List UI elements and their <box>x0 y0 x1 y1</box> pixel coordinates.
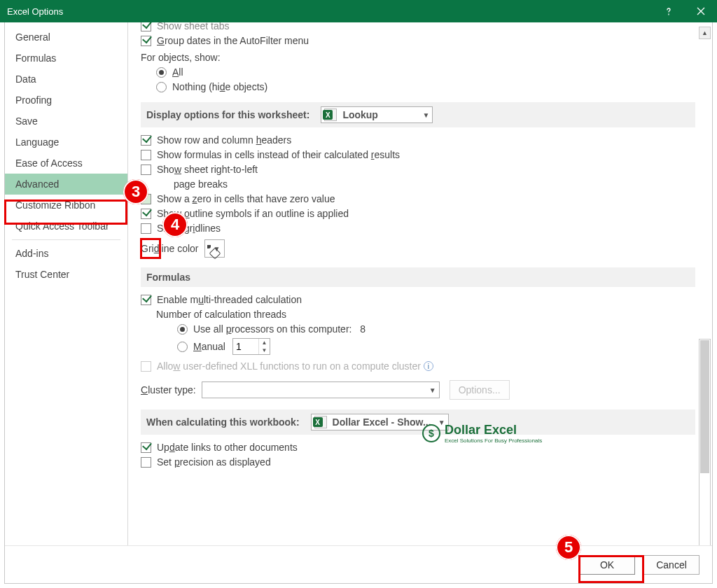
radio-nothing[interactable] <box>156 82 167 92</box>
scroll-up-button[interactable]: ▲ <box>699 27 711 39</box>
label-use-all: Use all processors on this computer: 8 <box>193 323 366 335</box>
checkbox-xll <box>141 361 151 372</box>
content-pane: Show sheet tabs Group dates in the AutoF… <box>128 22 712 545</box>
section-calc-workbook: When calculating this workbook: Dollar E… <box>141 410 695 435</box>
sidebar-item-save[interactable]: Save <box>5 111 127 132</box>
label-show-headers: Show row and column headers <box>157 134 291 146</box>
label-xll: Allow user-defined XLL functions to run … <box>157 360 421 372</box>
section-calc-workbook-title: When calculating this workbook: <box>146 416 300 428</box>
help-button[interactable] <box>653 0 685 22</box>
cancel-button[interactable]: Cancel <box>643 555 699 575</box>
sidebar-item-language[interactable]: Language <box>5 132 127 153</box>
checkbox-update-links[interactable] <box>141 442 151 453</box>
chevron-down-icon: ▼ <box>422 111 429 119</box>
sidebar-item-ease-of-access[interactable]: Ease of Access <box>5 153 127 174</box>
label-thread-count: Number of calculation threads <box>156 309 286 320</box>
chevron-down-icon: ▼ <box>429 386 436 394</box>
radio-all[interactable] <box>156 67 167 78</box>
checkbox-precision[interactable] <box>141 457 151 468</box>
checkbox-gridlines[interactable] <box>141 223 151 234</box>
label-multi-thread: Enable multi-threaded calculation <box>157 294 302 305</box>
section-formulas: Formulas <box>141 267 695 287</box>
label-group-dates: Group dates in the AutoFilter menu <box>157 35 309 46</box>
scrollbar-secondary[interactable] <box>699 339 711 545</box>
dropdown-workbook-value: Dollar Excel - Show... <box>333 416 431 428</box>
value-processor-count: 8 <box>360 323 366 335</box>
checkbox-multi-thread[interactable] <box>141 295 151 305</box>
callout-4: 4 <box>162 212 188 237</box>
excel-sheet-icon <box>324 108 337 121</box>
dialog-body: General Formulas Data Proofing Save Lang… <box>4 22 713 584</box>
titlebar: Excel Options <box>0 0 717 22</box>
dropdown-worksheet-value: Lookup <box>342 109 378 120</box>
checkbox-show-formulas[interactable] <box>141 150 151 160</box>
sidebar-item-advanced[interactable]: Advanced <box>5 174 127 195</box>
checkbox-show-headers[interactable] <box>141 135 151 146</box>
checkbox-outline[interactable] <box>141 209 151 219</box>
label-show-formulas: Show formulas in cells instead of their … <box>157 149 400 160</box>
info-icon[interactable]: i <box>424 361 433 371</box>
label-rtl: Show sheet right-to-left <box>157 164 258 175</box>
label-zero: Show a zero in cells that have zero valu… <box>157 193 335 204</box>
excel-workbook-icon <box>314 416 327 428</box>
annotation-box-zero-checkbox <box>140 238 161 259</box>
checkbox-rtl[interactable] <box>141 164 151 175</box>
label-manual: Manual <box>193 341 225 352</box>
scrollbar-thumb[interactable] <box>700 340 709 473</box>
logo-dollar-excel: $ Dollar Excel Excel Solutions For Busy … <box>422 423 542 444</box>
label-precision: Set precision as displayed <box>157 456 271 468</box>
section-display-worksheet-title: Display options for this worksheet: <box>146 109 309 120</box>
sidebar-item-proofing[interactable]: Proofing <box>5 90 127 111</box>
dollar-icon: $ <box>422 424 440 442</box>
radio-use-all[interactable] <box>177 324 188 335</box>
chevron-down-icon[interactable]: ▼ <box>259 346 270 354</box>
label-all: All <box>172 66 183 78</box>
annotation-box-advanced <box>4 200 127 225</box>
label-cluster-type: Cluster type: <box>141 384 196 396</box>
dropdown-cluster-type[interactable]: ▼ <box>202 382 440 398</box>
sidebar-item-general[interactable]: General <box>5 27 127 48</box>
label-update-links: Update links to other documents <box>157 442 298 453</box>
callout-3: 3 <box>123 179 148 204</box>
chevron-up-icon[interactable]: ▲ <box>259 339 270 346</box>
sidebar-item-formulas[interactable]: Formulas <box>5 48 127 69</box>
sidebar-item-data[interactable]: Data <box>5 69 127 90</box>
label-for-objects: For objects, show: <box>141 52 221 63</box>
sidebar-item-trust-center[interactable]: Trust Center <box>5 264 127 285</box>
window-title: Excel Options <box>7 6 653 17</box>
label-show-sheet-tabs: Show sheet tabs <box>157 22 230 31</box>
dropdown-worksheet[interactable]: Lookup ▼ <box>321 106 433 123</box>
label-nothing: Nothing (hide objects) <box>172 81 267 92</box>
checkbox-group-dates[interactable] <box>141 36 151 46</box>
logo-main: Dollar Excel <box>445 423 517 437</box>
spinner-manual-threads[interactable]: ▲▼ <box>232 338 270 355</box>
section-display-worksheet: Display options for this worksheet: Look… <box>141 102 695 127</box>
label-page-breaks: page breaks <box>174 178 228 190</box>
sidebar-item-add-ins[interactable]: Add-ins <box>5 243 127 264</box>
radio-manual[interactable] <box>177 342 188 352</box>
button-cluster-options: Options... <box>450 380 510 400</box>
callout-5: 5 <box>556 535 581 560</box>
color-picker-gridline[interactable]: ▼ <box>204 239 225 258</box>
checkbox-show-sheet-tabs[interactable] <box>141 22 151 31</box>
input-manual-threads[interactable] <box>233 341 258 352</box>
close-button[interactable] <box>685 0 717 22</box>
annotation-box-ok <box>578 555 644 583</box>
logo-sub: Excel Solutions For Busy Professionals <box>445 438 542 444</box>
section-formulas-title: Formulas <box>146 272 190 283</box>
sidebar: General Formulas Data Proofing Save Lang… <box>5 22 128 545</box>
